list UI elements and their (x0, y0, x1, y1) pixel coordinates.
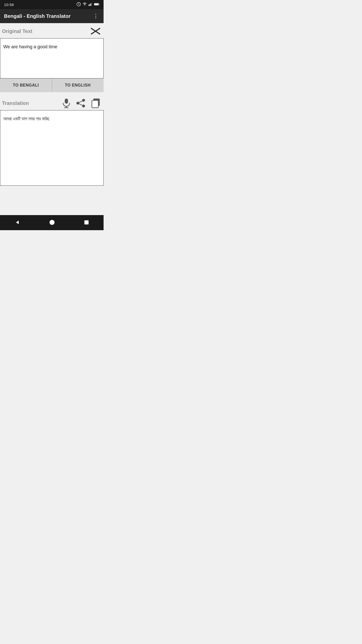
svg-line-18 (78, 103, 84, 106)
original-section-header: Original Text (0, 23, 104, 38)
svg-rect-8 (94, 4, 98, 5)
translation-section: Translation (0, 92, 104, 186)
svg-rect-5 (91, 3, 92, 6)
original-text-content: We are having a good time (3, 44, 57, 49)
svg-rect-2 (88, 5, 89, 6)
translation-button-row: TO BENGALI TO ENGLISH (0, 78, 104, 92)
svg-point-14 (82, 99, 85, 102)
to-english-button[interactable]: TO ENGLISH (52, 78, 104, 92)
app-title: Bengali - English Translator (4, 13, 71, 19)
close-icon (90, 27, 101, 35)
navigation-bar (0, 215, 104, 230)
signal-icon (88, 3, 93, 7)
more-options-button[interactable]: ⋮ (92, 12, 100, 20)
svg-point-16 (76, 102, 79, 104)
main-content: Original Text We are having a good time … (0, 23, 104, 215)
wifi-icon (82, 3, 87, 7)
svg-rect-11 (65, 99, 68, 104)
svg-point-23 (50, 220, 55, 225)
clear-button[interactable] (89, 26, 102, 36)
svg-rect-3 (89, 4, 90, 6)
translated-text-content: আমরা একটি ভাল সময় পার করিছ (3, 116, 49, 121)
recents-icon (84, 220, 89, 225)
original-text-label: Original Text (2, 28, 32, 34)
share-button[interactable] (76, 99, 85, 108)
microphone-button[interactable] (62, 98, 71, 108)
status-bar: 10:58 (0, 0, 104, 9)
back-button[interactable] (15, 220, 20, 225)
share-icon (76, 99, 85, 108)
home-button[interactable] (49, 220, 55, 225)
svg-rect-24 (84, 220, 89, 225)
translation-text-box[interactable]: আমরা একটি ভাল সময় পার করিছ (0, 110, 104, 186)
copy-button[interactable] (90, 98, 102, 108)
translation-label: Translation (2, 100, 29, 106)
microphone-icon (62, 98, 71, 108)
svg-line-17 (78, 100, 84, 103)
svg-point-1 (84, 5, 85, 6)
svg-marker-22 (16, 221, 19, 224)
recents-button[interactable] (84, 220, 89, 225)
svg-rect-21 (92, 100, 98, 108)
svg-point-15 (82, 105, 85, 107)
app-bar: Bengali - English Translator ⋮ (0, 9, 104, 23)
action-icons (62, 98, 102, 108)
translation-header: Translation (0, 98, 104, 110)
original-text-box[interactable]: We are having a good time (0, 38, 104, 78)
svg-rect-7 (99, 4, 99, 5)
status-time: 10:58 (4, 3, 14, 7)
status-icons (76, 2, 100, 7)
copy-icon (90, 98, 102, 108)
battery-icon (94, 3, 100, 7)
back-icon (15, 220, 20, 225)
home-icon (49, 220, 55, 225)
to-bengali-button[interactable]: TO BENGALI (0, 78, 52, 92)
data-saver-icon (76, 2, 81, 7)
svg-rect-4 (90, 3, 91, 6)
